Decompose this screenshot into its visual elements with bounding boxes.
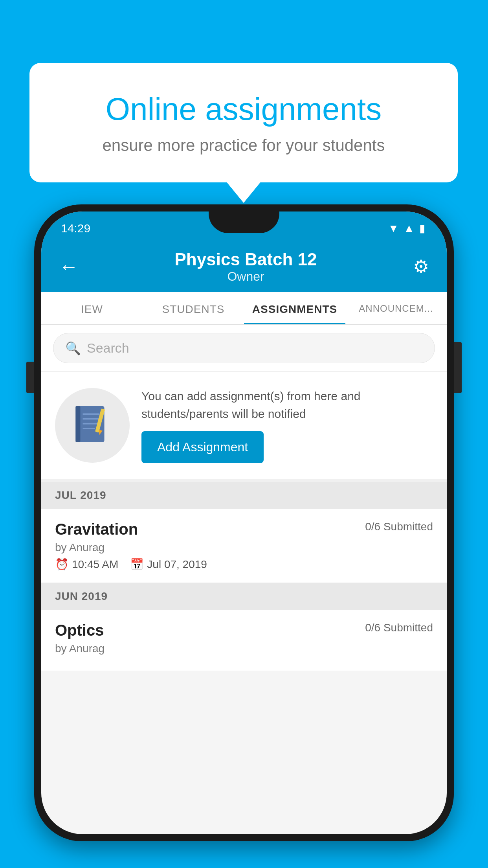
phone-screen: 14:29 ▼ ▲ ▮ ← Physics Batch 12 Owner ⚙ I… xyxy=(41,211,447,834)
battery-icon: ▮ xyxy=(419,222,425,235)
search-bar[interactable]: 🔍 Search xyxy=(53,333,435,363)
bubble-subtitle: ensure more practice for your students xyxy=(61,136,426,155)
side-button-left xyxy=(26,362,34,393)
signal-icon: ▲ xyxy=(404,222,415,235)
header-center: Physics Batch 12 Owner xyxy=(79,250,413,284)
assignment-name: Gravitation xyxy=(55,520,138,538)
svg-rect-4 xyxy=(83,423,100,424)
assignment-meta: ⏰ 10:45 AM 📅 Jul 07, 2019 xyxy=(55,558,433,571)
assignment-by-optics: by Anurag xyxy=(55,642,433,655)
app-header: ← Physics Batch 12 Owner ⚙ xyxy=(41,241,447,292)
back-button[interactable]: ← xyxy=(59,255,79,278)
tabs-container: IEW STUDENTS ASSIGNMENTS ANNOUNCEM... xyxy=(41,292,447,325)
assignment-item-gravitation[interactable]: Gravitation 0/6 Submitted by Anurag ⏰ 10… xyxy=(41,509,447,583)
assignment-time: 10:45 AM xyxy=(72,558,118,571)
phone-container: 14:29 ▼ ▲ ▮ ← Physics Batch 12 Owner ⚙ I… xyxy=(34,204,454,841)
clock-icon: ⏰ xyxy=(55,558,69,571)
add-assignment-button[interactable]: Add Assignment xyxy=(141,431,264,463)
submitted-count: 0/6 Submitted xyxy=(365,520,433,533)
search-icon: 🔍 xyxy=(65,341,81,356)
assignment-row-top: Gravitation 0/6 Submitted xyxy=(55,520,433,538)
tab-announcements[interactable]: ANNOUNCEM... xyxy=(345,292,447,324)
assignment-item-optics[interactable]: Optics 0/6 Submitted by Anurag xyxy=(41,610,447,671)
date-meta: 📅 Jul 07, 2019 xyxy=(130,558,207,571)
speech-bubble-container: Online assignments ensure more practice … xyxy=(29,63,458,182)
phone-frame: 14:29 ▼ ▲ ▮ ← Physics Batch 12 Owner ⚙ I… xyxy=(34,204,454,841)
assignment-name-optics: Optics xyxy=(55,622,104,639)
assignment-row-top-optics: Optics 0/6 Submitted xyxy=(55,622,433,639)
svg-rect-2 xyxy=(83,413,100,415)
prompt-content: You can add assignment(s) from here and … xyxy=(141,387,433,463)
search-container: 🔍 Search xyxy=(41,325,447,371)
time-meta: ⏰ 10:45 AM xyxy=(55,558,118,571)
notebook-icon-circle xyxy=(55,388,130,463)
settings-icon[interactable]: ⚙ xyxy=(413,256,429,277)
notebook-svg xyxy=(73,404,112,447)
svg-rect-5 xyxy=(83,428,95,429)
assignment-date: Jul 07, 2019 xyxy=(147,558,207,571)
notch xyxy=(209,211,279,233)
tab-assignments[interactable]: ASSIGNMENTS xyxy=(244,292,345,324)
section-header-jun: JUN 2019 xyxy=(41,583,447,610)
tab-students[interactable]: STUDENTS xyxy=(143,292,244,324)
assignment-prompt: You can add assignment(s) from here and … xyxy=(41,371,447,482)
search-placeholder: Search xyxy=(87,340,129,356)
status-icons: ▼ ▲ ▮ xyxy=(388,222,425,235)
assignment-by: by Anurag xyxy=(55,541,433,554)
status-time: 14:29 xyxy=(61,222,90,235)
section-header-jul: JUL 2019 xyxy=(41,482,447,509)
header-title: Physics Batch 12 xyxy=(79,250,413,269)
bubble-title: Online assignments xyxy=(61,90,426,128)
svg-rect-1 xyxy=(75,406,80,442)
submitted-count-optics: 0/6 Submitted xyxy=(365,622,433,634)
wifi-icon: ▼ xyxy=(388,222,399,235)
header-subtitle: Owner xyxy=(79,269,413,284)
calendar-icon: 📅 xyxy=(130,558,144,571)
svg-rect-3 xyxy=(83,418,100,419)
tab-iew[interactable]: IEW xyxy=(41,292,143,324)
side-button-right xyxy=(454,342,462,393)
prompt-text: You can add assignment(s) from here and … xyxy=(141,387,433,423)
speech-bubble: Online assignments ensure more practice … xyxy=(29,63,458,182)
